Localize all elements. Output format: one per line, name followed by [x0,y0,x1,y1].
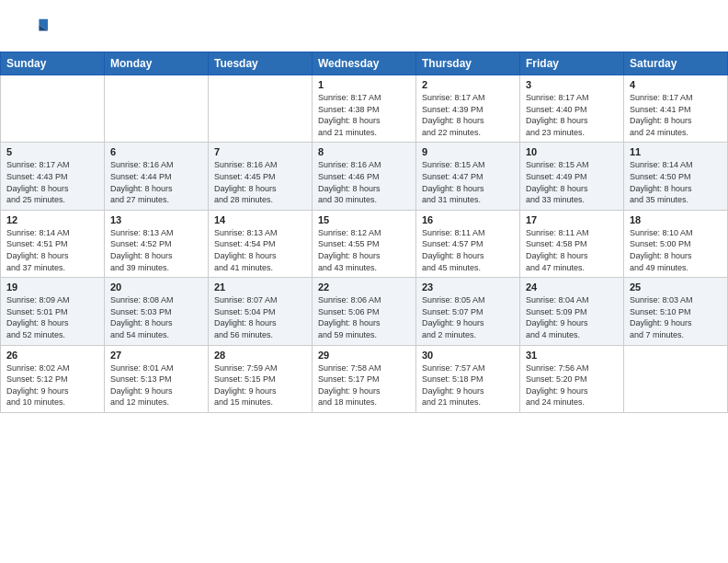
day-info: Sunrise: 8:06 AM Sunset: 5:06 PM Dayligh… [318,294,410,340]
weekday-thursday: Thursday [416,52,520,75]
day-number: 31 [526,350,618,361]
day-number: 11 [630,146,722,157]
calendar-cell: 21Sunrise: 8:07 AM Sunset: 5:04 PM Dayli… [209,278,313,345]
day-number: 22 [318,282,410,293]
calendar-cell: 8Sunrise: 8:16 AM Sunset: 4:46 PM Daylig… [313,143,416,210]
day-info: Sunrise: 8:12 AM Sunset: 4:55 PM Dayligh… [318,227,410,273]
day-number: 1 [318,79,410,90]
day-info: Sunrise: 8:17 AM Sunset: 4:43 PM Dayligh… [6,159,98,205]
calendar-cell: 13Sunrise: 8:13 AM Sunset: 4:52 PM Dayli… [105,210,209,277]
calendar-week-row: 26Sunrise: 8:02 AM Sunset: 5:12 PM Dayli… [1,345,728,412]
day-info: Sunrise: 8:03 AM Sunset: 5:10 PM Dayligh… [630,294,722,340]
day-info: Sunrise: 8:04 AM Sunset: 5:09 PM Dayligh… [526,294,618,340]
day-info: Sunrise: 8:11 AM Sunset: 4:57 PM Dayligh… [422,227,514,273]
day-number: 16 [422,214,514,225]
calendar-week-row: 19Sunrise: 8:09 AM Sunset: 5:01 PM Dayli… [1,278,728,345]
calendar-cell: 17Sunrise: 8:11 AM Sunset: 4:58 PM Dayli… [520,210,624,277]
calendar-cell: 3Sunrise: 8:17 AM Sunset: 4:40 PM Daylig… [520,75,624,143]
day-info: Sunrise: 8:13 AM Sunset: 4:52 PM Dayligh… [110,227,202,273]
calendar-cell: 30Sunrise: 7:57 AM Sunset: 5:18 PM Dayli… [416,345,520,412]
weekday-sunday: Sunday [1,52,105,75]
day-number: 5 [6,146,98,157]
day-number: 7 [214,146,306,157]
calendar-cell: 15Sunrise: 8:12 AM Sunset: 4:55 PM Dayli… [313,210,416,277]
day-info: Sunrise: 8:07 AM Sunset: 5:04 PM Dayligh… [214,294,306,340]
calendar-cell: 20Sunrise: 8:08 AM Sunset: 5:03 PM Dayli… [105,278,209,345]
day-number: 27 [110,350,202,361]
logo-icon [18,15,48,44]
weekday-saturday: Saturday [624,52,728,75]
calendar-cell: 25Sunrise: 8:03 AM Sunset: 5:10 PM Dayli… [624,278,728,345]
day-number: 30 [422,350,514,361]
calendar-cell: 28Sunrise: 7:59 AM Sunset: 5:15 PM Dayli… [209,345,313,412]
day-info: Sunrise: 7:59 AM Sunset: 5:15 PM Dayligh… [214,362,306,408]
calendar-cell [1,75,105,143]
day-info: Sunrise: 8:15 AM Sunset: 4:47 PM Dayligh… [422,159,514,205]
calendar-week-row: 12Sunrise: 8:14 AM Sunset: 4:51 PM Dayli… [1,210,728,277]
weekday-tuesday: Tuesday [209,52,313,75]
day-number: 12 [6,214,98,225]
day-number: 29 [318,350,410,361]
calendar-cell [209,75,313,143]
day-number: 14 [214,214,306,225]
logo [18,15,51,44]
day-info: Sunrise: 8:13 AM Sunset: 4:54 PM Dayligh… [214,227,306,273]
calendar-cell: 14Sunrise: 8:13 AM Sunset: 4:54 PM Dayli… [209,210,313,277]
day-number: 21 [214,282,306,293]
day-number: 20 [110,282,202,293]
day-info: Sunrise: 8:08 AM Sunset: 5:03 PM Dayligh… [110,294,202,340]
day-info: Sunrise: 8:17 AM Sunset: 4:40 PM Dayligh… [526,92,618,138]
calendar-cell: 2Sunrise: 8:17 AM Sunset: 4:39 PM Daylig… [416,75,520,143]
day-number: 2 [422,79,514,90]
calendar-cell: 27Sunrise: 8:01 AM Sunset: 5:13 PM Dayli… [105,345,209,412]
day-info: Sunrise: 8:16 AM Sunset: 4:44 PM Dayligh… [110,159,202,205]
calendar-cell: 22Sunrise: 8:06 AM Sunset: 5:06 PM Dayli… [313,278,416,345]
weekday-friday: Friday [520,52,624,75]
day-info: Sunrise: 8:11 AM Sunset: 4:58 PM Dayligh… [526,227,618,273]
calendar-week-row: 5Sunrise: 8:17 AM Sunset: 4:43 PM Daylig… [1,143,728,210]
day-info: Sunrise: 8:14 AM Sunset: 4:51 PM Dayligh… [6,227,98,273]
calendar-cell [624,345,728,412]
day-info: Sunrise: 8:10 AM Sunset: 5:00 PM Dayligh… [630,227,722,273]
day-info: Sunrise: 8:15 AM Sunset: 4:49 PM Dayligh… [526,159,618,205]
calendar-cell: 23Sunrise: 8:05 AM Sunset: 5:07 PM Dayli… [416,278,520,345]
calendar-table: SundayMondayTuesdayWednesdayThursdayFrid… [0,52,728,413]
calendar-cell: 16Sunrise: 8:11 AM Sunset: 4:57 PM Dayli… [416,210,520,277]
calendar-cell: 11Sunrise: 8:14 AM Sunset: 4:50 PM Dayli… [624,143,728,210]
day-info: Sunrise: 7:56 AM Sunset: 5:20 PM Dayligh… [526,362,618,408]
calendar-cell: 24Sunrise: 8:04 AM Sunset: 5:09 PM Dayli… [520,278,624,345]
day-number: 18 [630,214,722,225]
calendar-cell: 1Sunrise: 8:17 AM Sunset: 4:38 PM Daylig… [313,75,416,143]
day-info: Sunrise: 8:01 AM Sunset: 5:13 PM Dayligh… [110,362,202,408]
day-number: 9 [422,146,514,157]
day-info: Sunrise: 8:16 AM Sunset: 4:46 PM Dayligh… [318,159,410,205]
calendar-cell: 18Sunrise: 8:10 AM Sunset: 5:00 PM Dayli… [624,210,728,277]
day-info: Sunrise: 8:17 AM Sunset: 4:39 PM Dayligh… [422,92,514,138]
calendar-cell: 29Sunrise: 7:58 AM Sunset: 5:17 PM Dayli… [313,345,416,412]
day-number: 3 [526,79,618,90]
day-info: Sunrise: 8:02 AM Sunset: 5:12 PM Dayligh… [6,362,98,408]
day-number: 19 [6,282,98,293]
calendar-cell: 26Sunrise: 8:02 AM Sunset: 5:12 PM Dayli… [1,345,105,412]
day-number: 8 [318,146,410,157]
day-info: Sunrise: 8:09 AM Sunset: 5:01 PM Dayligh… [6,294,98,340]
weekday-monday: Monday [105,52,209,75]
calendar-cell: 7Sunrise: 8:16 AM Sunset: 4:45 PM Daylig… [209,143,313,210]
day-number: 28 [214,350,306,361]
calendar-cell: 31Sunrise: 7:56 AM Sunset: 5:20 PM Dayli… [520,345,624,412]
calendar-cell: 6Sunrise: 8:16 AM Sunset: 4:44 PM Daylig… [105,143,209,210]
day-info: Sunrise: 7:57 AM Sunset: 5:18 PM Dayligh… [422,362,514,408]
calendar-cell: 19Sunrise: 8:09 AM Sunset: 5:01 PM Dayli… [1,278,105,345]
page: SundayMondayTuesdayWednesdayThursdayFrid… [0,0,728,563]
day-number: 4 [630,79,722,90]
day-info: Sunrise: 7:58 AM Sunset: 5:17 PM Dayligh… [318,362,410,408]
calendar-cell: 4Sunrise: 8:17 AM Sunset: 4:41 PM Daylig… [624,75,728,143]
day-info: Sunrise: 8:16 AM Sunset: 4:45 PM Dayligh… [214,159,306,205]
day-info: Sunrise: 8:17 AM Sunset: 4:38 PM Dayligh… [318,92,410,138]
day-number: 6 [110,146,202,157]
calendar-week-row: 1Sunrise: 8:17 AM Sunset: 4:38 PM Daylig… [1,75,728,143]
calendar-cell: 12Sunrise: 8:14 AM Sunset: 4:51 PM Dayli… [1,210,105,277]
day-number: 10 [526,146,618,157]
day-info: Sunrise: 8:14 AM Sunset: 4:50 PM Dayligh… [630,159,722,205]
day-info: Sunrise: 8:17 AM Sunset: 4:41 PM Dayligh… [630,92,722,138]
